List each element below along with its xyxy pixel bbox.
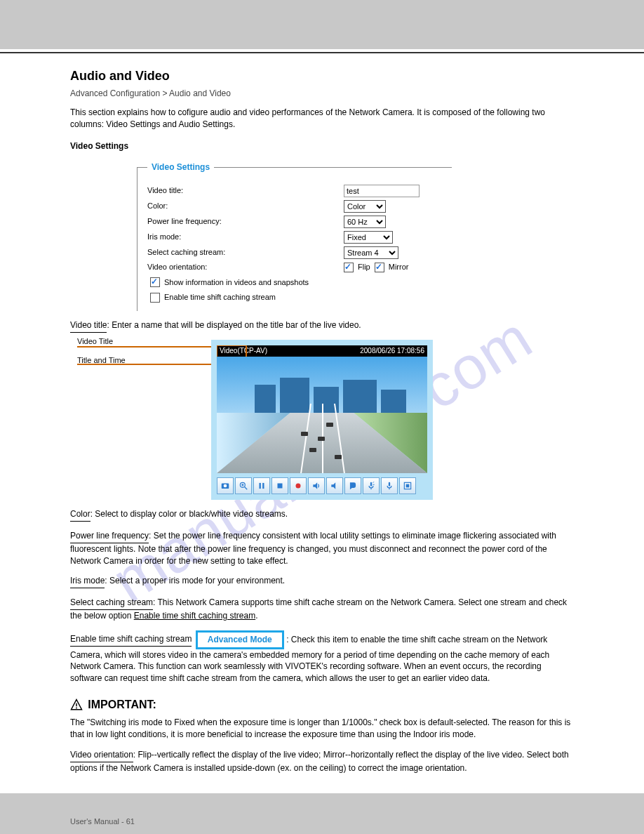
svg-rect-14 bbox=[389, 482, 390, 486]
term-video-title: Video title bbox=[70, 319, 107, 333]
footer-bar: User's Manual - 61 bbox=[0, 793, 644, 834]
term-color: Color bbox=[70, 508, 90, 522]
important-title: IMPORTANT: bbox=[88, 699, 156, 710]
svg-rect-12 bbox=[370, 482, 372, 486]
svg-rect-6 bbox=[260, 483, 261, 489]
volume-button[interactable] bbox=[326, 477, 343, 494]
player-toolbar bbox=[217, 473, 427, 494]
text-caching2: . bbox=[255, 611, 257, 621]
video-area[interactable]: Video(TCP-AV) 2008/06/26 17:08:56 bbox=[217, 345, 427, 473]
svg-rect-7 bbox=[262, 483, 264, 489]
zoom-button[interactable] bbox=[235, 477, 252, 494]
plf-select[interactable]: 60 Hz bbox=[344, 216, 386, 228]
text-video-title: : Enter a name that will be displayed on… bbox=[107, 320, 361, 330]
show-info-label: Show information in videos and snapshots bbox=[164, 277, 309, 288]
link-enable-ts-inline: Enable time shift caching stream bbox=[134, 611, 255, 621]
header-rule bbox=[0, 52, 644, 53]
important-text: The "Switching iris mode to Fixed when t… bbox=[70, 717, 574, 741]
enable-ts-checkbox[interactable] bbox=[150, 293, 160, 303]
snapshot-button[interactable] bbox=[217, 477, 234, 494]
intro-text: This section explains how to cofigure au… bbox=[70, 107, 574, 131]
video-header-right: 2008/06/26 17:08:56 bbox=[360, 346, 424, 356]
footer-left: User's Manual - 61 bbox=[70, 816, 135, 827]
label-video-title: Video title: bbox=[147, 185, 344, 196]
svg-rect-8 bbox=[278, 484, 283, 489]
record-button[interactable] bbox=[290, 477, 307, 494]
caching-select[interactable]: Stream 4 bbox=[344, 246, 398, 259]
term-plf: Power line frequency bbox=[70, 530, 149, 543]
video-header-bar: Video(TCP-AV) 2008/06/26 17:08:56 bbox=[217, 345, 427, 357]
label-color: Color: bbox=[147, 201, 344, 211]
svg-marker-11 bbox=[331, 482, 335, 489]
flip-checkbox[interactable] bbox=[344, 263, 354, 272]
video-title-input[interactable] bbox=[344, 185, 420, 197]
svg-point-9 bbox=[296, 484, 301, 489]
color-select[interactable]: Color bbox=[344, 200, 386, 213]
text-iris: : Select a proper iris mode for your env… bbox=[105, 576, 285, 585]
callout-label-b: Title and Time bbox=[77, 355, 126, 366]
video-player: Video(TCP-AV) 2008/06/26 17:08:56 bbox=[211, 340, 433, 500]
flip-label: Flip bbox=[358, 262, 370, 272]
video-settings-panel: Video Settings Video title: Color: Color… bbox=[137, 161, 452, 311]
page-title: Audio and Video bbox=[70, 67, 574, 85]
svg-rect-17 bbox=[406, 484, 410, 488]
advanced-mode-button[interactable]: Advanced Mode bbox=[196, 630, 284, 649]
show-info-checkbox[interactable] bbox=[150, 277, 160, 287]
pause-button[interactable] bbox=[253, 477, 270, 494]
svg-line-3 bbox=[245, 487, 248, 490]
fullscreen-button[interactable] bbox=[399, 477, 416, 494]
header-bar bbox=[0, 0, 644, 49]
term-iris: Iris mode bbox=[70, 575, 105, 588]
video-settings-legend: Video Settings bbox=[147, 161, 214, 173]
label-iris: Iris mode: bbox=[147, 232, 344, 242]
label-caching: Select caching stream: bbox=[147, 247, 344, 258]
svg-point-1 bbox=[224, 484, 227, 488]
mic-vol-button[interactable] bbox=[363, 477, 380, 494]
volume-up-button[interactable] bbox=[308, 477, 325, 494]
enable-ts-label: Enable time shift caching stream bbox=[164, 292, 276, 303]
iris-select[interactable]: Fixed bbox=[344, 231, 393, 244]
label-orientation: Video orientation: bbox=[147, 262, 344, 272]
section-heading-video-settings: Video Settings bbox=[70, 140, 574, 152]
mirror-checkbox[interactable] bbox=[375, 263, 384, 272]
term-caching: Select caching stream bbox=[70, 597, 153, 610]
term-enable-ts: Enable time shift caching stream bbox=[70, 633, 192, 647]
text-orientation: : Flip--vertically reflect the display o… bbox=[70, 750, 569, 773]
talk-button[interactable] bbox=[344, 477, 361, 494]
mic-button[interactable] bbox=[381, 477, 398, 494]
important-note: IMPORTANT: The "Switching iris mode to F… bbox=[70, 697, 574, 741]
callout-label-a: Video Title bbox=[77, 336, 113, 347]
label-plf: Power line frequency: bbox=[147, 216, 344, 227]
video-scene bbox=[217, 357, 427, 473]
stop-button[interactable] bbox=[271, 477, 288, 494]
svg-point-20 bbox=[76, 708, 77, 709]
text-color: : Select to display color or black/white… bbox=[90, 509, 288, 519]
warning-icon bbox=[70, 699, 83, 711]
mirror-label: Mirror bbox=[389, 262, 409, 272]
breadcrumb: Advanced Configuration > Audio and Video bbox=[70, 88, 574, 100]
svg-marker-10 bbox=[313, 482, 317, 489]
term-orientation: Video orientation bbox=[70, 749, 133, 762]
